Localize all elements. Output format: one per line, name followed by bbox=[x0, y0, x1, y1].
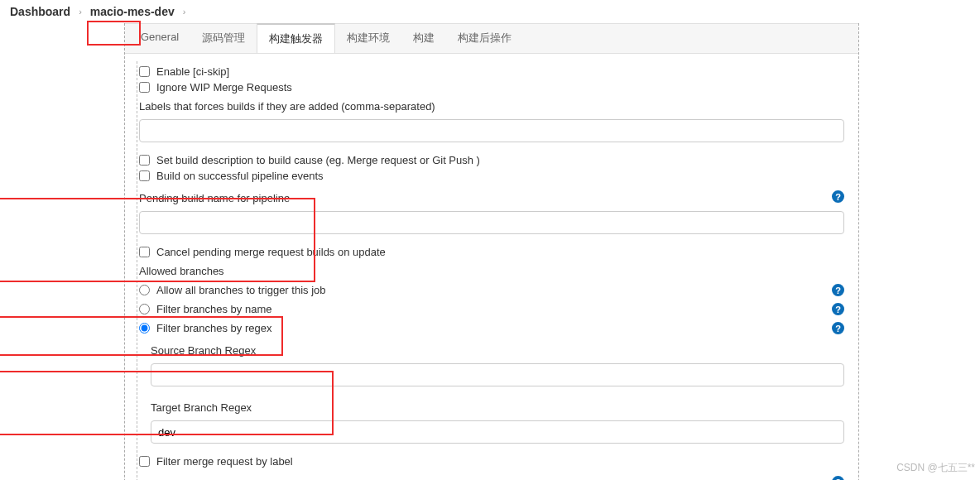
filter-regex-radio[interactable] bbox=[139, 323, 150, 334]
enable-ci-skip-checkbox[interactable] bbox=[139, 66, 150, 77]
target-regex-label: Target Branch Regex bbox=[151, 401, 844, 414]
watermark: CSDN @七五三** bbox=[896, 461, 975, 475]
filter-name-radio[interactable] bbox=[139, 304, 150, 314]
allowed-branches-label: Allowed branches bbox=[139, 265, 844, 277]
help-icon[interactable]: ? bbox=[832, 303, 844, 315]
filter-regex-label: Filter branches by regex bbox=[156, 322, 271, 334]
pending-name-label: Pending build name for pipeline bbox=[139, 192, 290, 204]
cancel-pending-label: Cancel pending merge request builds on u… bbox=[156, 246, 386, 258]
cancel-pending-checkbox[interactable] bbox=[139, 247, 150, 257]
labels-force-input[interactable] bbox=[139, 119, 844, 142]
tab-post-build[interactable]: 构建后操作 bbox=[446, 24, 523, 53]
chevron-right-icon: › bbox=[183, 7, 186, 17]
set-desc-checkbox[interactable] bbox=[139, 155, 150, 166]
ignore-wip-label: Ignore WIP Merge Requests bbox=[156, 81, 292, 94]
filter-mr-label-label: Filter merge request by label bbox=[156, 455, 293, 468]
build-pipeline-label: Build on successful pipeline events bbox=[156, 170, 324, 182]
set-desc-label: Set build description to build cause (eg… bbox=[156, 154, 480, 166]
allow-all-radio[interactable] bbox=[139, 285, 150, 295]
pending-name-input[interactable] bbox=[139, 211, 844, 234]
source-regex-input[interactable] bbox=[151, 363, 844, 386]
tab-build[interactable]: 构建 bbox=[401, 24, 446, 53]
enable-ci-skip-label: Enable [ci-skip] bbox=[156, 65, 229, 78]
tab-general[interactable]: General bbox=[129, 24, 190, 53]
help-icon[interactable]: ? bbox=[832, 190, 844, 203]
build-pipeline-checkbox[interactable] bbox=[139, 170, 150, 181]
filter-name-label: Filter branches by name bbox=[156, 303, 271, 315]
target-regex-input[interactable] bbox=[151, 420, 844, 444]
breadcrumb-project[interactable]: macio-mes-dev bbox=[90, 5, 175, 18]
tab-build-env[interactable]: 构建环境 bbox=[335, 24, 401, 53]
allow-all-label: Allow all branches to trigger this job bbox=[156, 284, 326, 296]
breadcrumb-dashboard[interactable]: Dashboard bbox=[10, 5, 70, 18]
help-icon[interactable]: ? bbox=[832, 284, 844, 296]
config-tabs: General 源码管理 构建触发器 构建环境 构建 构建后操作 bbox=[124, 23, 859, 54]
tab-build-triggers[interactable]: 构建触发器 bbox=[257, 23, 335, 53]
help-icon[interactable]: ? bbox=[832, 476, 844, 480]
help-icon[interactable]: ? bbox=[832, 322, 844, 334]
breadcrumb: Dashboard › macio-mes-dev › bbox=[0, 0, 980, 23]
labels-force-label: Labels that forces builds if they are ad… bbox=[139, 100, 844, 113]
chevron-right-icon: › bbox=[79, 7, 82, 17]
source-regex-label: Source Branch Regex bbox=[151, 344, 844, 357]
filter-mr-label-checkbox[interactable] bbox=[139, 456, 150, 467]
tab-scm[interactable]: 源码管理 bbox=[190, 24, 257, 53]
ignore-wip-checkbox[interactable] bbox=[139, 82, 150, 93]
